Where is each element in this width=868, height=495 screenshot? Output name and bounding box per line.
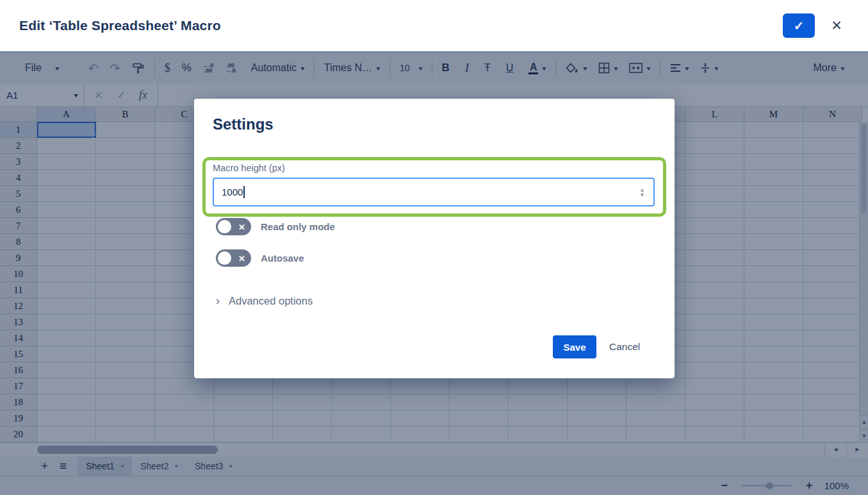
macro-height-input[interactable]: 1000 ▲ ▼ — [213, 178, 655, 206]
settings-modal: Settings Macro height (px) 1000 ▲ ▼ ✕ Re… — [194, 99, 675, 378]
macro-height-value: 1000 — [222, 187, 243, 197]
autosave-label: Autosave — [261, 253, 304, 264]
macro-height-label: Macro height (px) — [213, 163, 656, 173]
close-macro-button[interactable]: ✕ — [828, 17, 845, 34]
macro-editor-window: Edit ‘Table Spreadsheet’ Macro ✓ ✕ File … — [0, 0, 868, 495]
page-title: Edit ‘Table Spreadsheet’ Macro — [19, 18, 221, 33]
toggle-knob — [218, 220, 231, 233]
spinner-down-icon[interactable]: ▼ — [639, 192, 645, 197]
save-button[interactable]: Save — [553, 335, 596, 358]
title-bar: Edit ‘Table Spreadsheet’ Macro ✓ ✕ — [0, 0, 868, 51]
chevron-right-icon: › — [216, 294, 220, 308]
autosave-toggle[interactable]: ✕ — [216, 249, 251, 267]
cancel-button[interactable]: Cancel — [609, 335, 640, 358]
macro-height-field-group highlight-box: Macro height (px) 1000 ▲ ▼ — [202, 157, 666, 217]
number-spinner[interactable]: ▲ ▼ — [639, 187, 645, 197]
advanced-options-disclosure[interactable]: › Advanced options — [216, 294, 313, 308]
modal-title: Settings — [213, 115, 274, 133]
read-only-label: Read only mode — [261, 221, 335, 232]
read-only-toggle[interactable]: ✕ — [216, 218, 251, 235]
confirm-macro-button[interactable]: ✓ — [783, 13, 815, 38]
toggle-knob — [218, 251, 231, 265]
toggle-off-icon: ✕ — [238, 253, 245, 263]
autosave-toggle-row: ✕ Autosave — [216, 249, 304, 267]
text-cursor — [243, 186, 245, 198]
read-only-toggle-row: ✕ Read only mode — [216, 218, 335, 235]
close-icon: ✕ — [831, 18, 842, 33]
toggle-off-icon: ✕ — [238, 222, 245, 231]
advanced-options-label: Advanced options — [229, 295, 313, 307]
check-icon: ✓ — [794, 19, 804, 33]
